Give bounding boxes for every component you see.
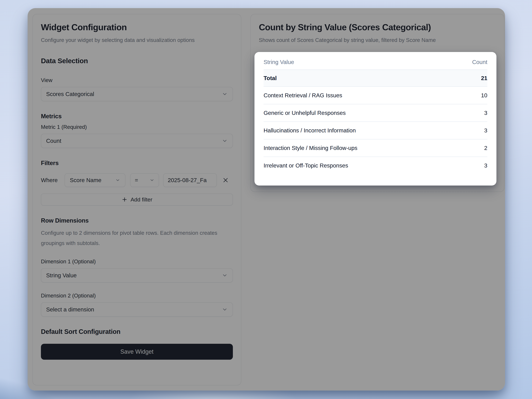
row-count: 2 [456, 139, 487, 157]
row-count: 10 [456, 87, 487, 104]
column-header-count: Count [456, 52, 487, 70]
row-count: 3 [456, 104, 487, 122]
preview-table: String Value Count Total 21 Context Retr… [264, 52, 487, 174]
total-count: 21 [456, 70, 487, 87]
table-row: Generic or Unhelpful Responses3 [264, 104, 487, 122]
total-label: Total [264, 70, 456, 87]
row-label: Interaction Style / Missing Follow-ups [264, 139, 456, 157]
total-row: Total 21 [264, 70, 487, 87]
preview-table-card: String Value Count Total 21 Context Retr… [254, 52, 496, 186]
table-row: Context Retrieval / RAG Issues10 [264, 87, 487, 104]
column-header-string-value: String Value [264, 52, 456, 70]
table-row: Hallucinations / Incorrect Information3 [264, 122, 487, 139]
table-body: Total 21 Context Retrieval / RAG Issues1… [264, 70, 487, 174]
row-label: Generic or Unhelpful Responses [264, 104, 456, 122]
row-label: Hallucinations / Incorrect Information [264, 122, 456, 139]
row-label: Context Retrieval / RAG Issues [264, 87, 456, 104]
row-count: 3 [456, 122, 487, 139]
row-count: 3 [456, 157, 487, 174]
app-background: Widget Configuration Configure your widg… [0, 0, 532, 399]
table-header-row: String Value Count [264, 52, 487, 70]
table-row: Irrelevant or Off-Topic Responses3 [264, 157, 487, 174]
row-label: Irrelevant or Off-Topic Responses [264, 157, 456, 174]
table-row: Interaction Style / Missing Follow-ups2 [264, 139, 487, 157]
